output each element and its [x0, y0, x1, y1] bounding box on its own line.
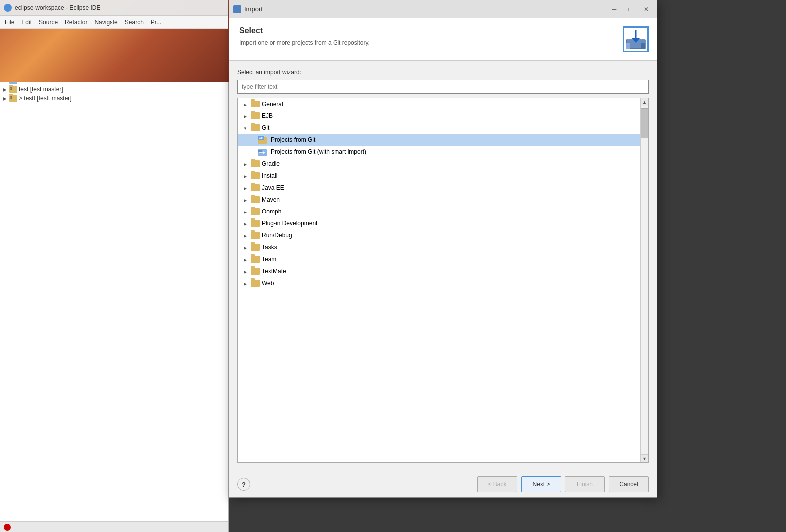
oomph-label: Oomph [262, 208, 281, 215]
git-label: Git [262, 124, 269, 131]
gradle-arrow [242, 161, 249, 167]
next-button[interactable]: Next > [521, 476, 561, 492]
eclipse-icon [4, 4, 12, 12]
cancel-button[interactable]: Cancel [609, 476, 649, 492]
ejb-arrow [242, 113, 249, 119]
package-explorer-content: HelloWorld ▶ G test [test master] ▶ G > … [0, 74, 228, 521]
scrollbar-track[interactable] [641, 106, 648, 454]
general-folder-icon [251, 101, 260, 107]
plugin-folder-icon [251, 220, 260, 227]
eclipse-ide-window: eclipse-workspace - Eclipse IDE File Edi… [0, 0, 229, 532]
web-label: Web [262, 280, 274, 287]
dialog-minimize-btn[interactable]: ─ [608, 4, 621, 15]
menu-edit[interactable]: Edit [18, 18, 35, 27]
ejb-label: EJB [262, 112, 273, 119]
projects-git-icon: GIT [258, 136, 267, 144]
dialog-maximize-btn[interactable]: □ [624, 4, 637, 15]
list-row-oomph[interactable]: Oomph [238, 206, 640, 217]
gradle-folder-icon [251, 160, 260, 167]
rundebug-label: Run/Debug [262, 232, 292, 239]
list-row-team[interactable]: Team [238, 253, 640, 265]
list-row-gradle[interactable]: Gradle [238, 158, 640, 170]
list-row-install[interactable]: Install [238, 170, 640, 182]
dialog-header-icon [623, 26, 649, 52]
list-row-plugin[interactable]: Plug-in Development [238, 217, 640, 229]
scrollbar-down-btn[interactable]: ▼ [641, 454, 648, 462]
back-button[interactable]: < Back [477, 476, 517, 492]
dialog-close-btn[interactable]: ✕ [640, 4, 653, 15]
testt-label: > testt [testt master] [19, 95, 72, 102]
list-row-projects-git-smart[interactable]: Projects from Git (with smart import) [238, 146, 640, 158]
javaee-label: Java EE [262, 184, 284, 191]
testt-folder-icon: G [9, 95, 17, 102]
ejb-folder-icon [251, 112, 260, 119]
team-arrow [242, 257, 249, 262]
tasks-folder-icon [251, 244, 260, 251]
tasks-label: Tasks [262, 244, 277, 251]
git-folder-icon [251, 124, 260, 131]
dialog-title-bar: Import ─ □ ✕ [229, 0, 657, 18]
team-label: Team [262, 256, 276, 263]
status-red-dot [4, 524, 11, 531]
eclipse-title-text: eclipse-workspace - Eclipse IDE [15, 4, 100, 11]
gradle-label: Gradle [262, 160, 280, 167]
maven-arrow [242, 197, 249, 203]
javaee-folder-icon [251, 184, 260, 191]
list-row-git[interactable]: Git [238, 122, 640, 134]
scrollbar-up-btn[interactable]: ▲ [641, 98, 648, 106]
dialog-header-desc: Import one or more projects from a Git r… [239, 39, 615, 46]
test-label: test [test master] [19, 86, 63, 93]
tree-scrollbar[interactable]: ▲ ▼ [640, 98, 648, 462]
maven-folder-icon [251, 196, 260, 203]
test-folder-icon: G [9, 86, 17, 93]
list-row-javaee[interactable]: Java EE [238, 182, 640, 194]
tree-item-test[interactable]: ▶ G test [test master] [0, 85, 228, 94]
filter-input[interactable] [237, 80, 649, 94]
menu-file[interactable]: File [2, 18, 17, 27]
oomph-arrow [242, 209, 249, 214]
wizard-label: Select an import wizard: [237, 69, 649, 76]
projects-git-label: Projects from Git [271, 136, 315, 143]
dialog-footer: ? < Back Next > Finish Cancel [229, 471, 657, 497]
testt-arrow: ▶ [2, 96, 8, 101]
tree-list-content[interactable]: General EJB Git GIT [238, 98, 640, 462]
menu-bar: File Edit Source Refactor Navigate Searc… [0, 16, 228, 29]
oomph-folder-icon [251, 208, 260, 215]
menu-more[interactable]: Pr... [148, 18, 164, 27]
tree-item-testt[interactable]: ▶ G > testt [testt master] [0, 94, 228, 103]
dialog-icon [233, 5, 241, 13]
team-folder-icon [251, 256, 260, 263]
textmate-folder-icon [251, 268, 260, 275]
list-row-maven[interactable]: Maven [238, 194, 640, 206]
textmate-label: TextMate [262, 268, 286, 275]
eclipse-title-bar: eclipse-workspace - Eclipse IDE [0, 0, 228, 16]
list-row-web[interactable]: Web [238, 277, 640, 289]
general-label: General [262, 101, 283, 107]
textmate-arrow [242, 269, 249, 274]
scrollbar-thumb[interactable] [641, 108, 648, 138]
menu-refactor[interactable]: Refactor [62, 18, 90, 27]
maven-label: Maven [262, 196, 280, 203]
svg-rect-1 [626, 43, 630, 49]
web-arrow [242, 281, 249, 286]
list-row-tasks[interactable]: Tasks [238, 241, 640, 253]
tree-list: General EJB Git GIT [237, 98, 649, 463]
javaee-arrow [242, 185, 249, 191]
list-row-textmate[interactable]: TextMate [238, 265, 640, 277]
list-row-projects-git[interactable]: GIT Projects from Git [238, 134, 640, 146]
tasks-arrow [242, 245, 249, 250]
list-row-ejb[interactable]: EJB [238, 110, 640, 122]
install-label: Install [262, 172, 277, 179]
test-arrow: ▶ [2, 87, 8, 92]
help-button[interactable]: ? [237, 478, 250, 491]
menu-search[interactable]: Search [122, 18, 147, 27]
menu-navigate[interactable]: Navigate [91, 18, 120, 27]
dialog-header-text: Select Import one or more projects from … [239, 26, 615, 46]
rundebug-folder-icon [251, 232, 260, 239]
general-arrow [242, 102, 249, 107]
menu-source[interactable]: Source [36, 18, 61, 27]
dialog-header: Select Import one or more projects from … [229, 18, 657, 61]
list-row-rundebug[interactable]: Run/Debug [238, 229, 640, 241]
list-row-general[interactable]: General [238, 98, 640, 110]
finish-button[interactable]: Finish [565, 476, 605, 492]
